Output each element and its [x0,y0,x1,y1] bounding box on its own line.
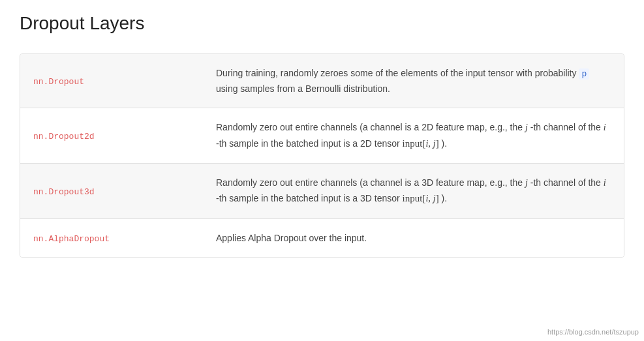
page-title: Dropout Layers [20,13,624,40]
table-row: nn.Dropout3d Randomly zero out entire ch… [20,164,624,219]
code-dropout3d[interactable]: nn.Dropout3d [33,187,95,197]
table-row: nn.Dropout During training, randomly zer… [20,54,624,108]
math-j: j [525,123,528,132]
table-row: nn.Dropout2d Randomly zero out entire ch… [20,108,624,164]
cell-desc-dropout2d: Randomly zero out entire channels (a cha… [203,108,624,163]
cell-name-alphadropout: nn.AlphaDropout [20,220,203,256]
cell-desc-dropout3d: Randomly zero out entire channels (a cha… [203,164,624,218]
dropout-table: nn.Dropout During training, randomly zer… [20,53,624,258]
math-i-3d: i [604,178,606,188]
cell-name-dropout: nn.Dropout [20,63,203,98]
math-tensor-2d: input[i, j] [403,138,439,149]
cell-name-dropout2d: nn.Dropout2d [20,118,203,153]
cell-name-dropout3d: nn.Dropout3d [20,173,203,209]
code-alphadropout[interactable]: nn.AlphaDropout [33,234,110,244]
cell-desc-dropout: During training, randomly zeroes some of… [203,54,624,108]
code-dropout2d[interactable]: nn.Dropout2d [33,132,95,141]
table-row: nn.AlphaDropout Applies Alpha Dropout ov… [20,219,624,257]
math-j-3d: j [525,178,528,188]
math-i: i [604,123,606,132]
watermark: https://blog.csdn.net/tszupup [547,328,639,336]
code-dropout[interactable]: nn.Dropout [33,77,84,87]
param-p: p [579,68,589,80]
cell-desc-alphadropout: Applies Alpha Dropout over the input. [203,219,624,257]
math-tensor-3d: input[i, j] [403,193,439,203]
